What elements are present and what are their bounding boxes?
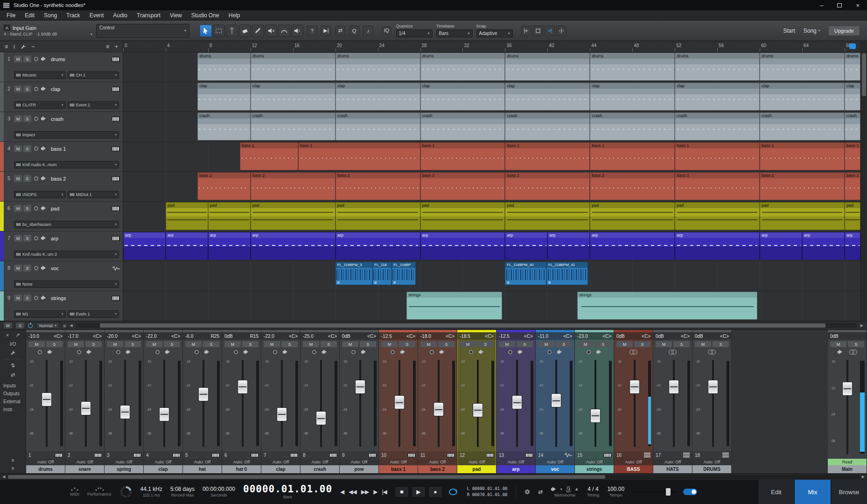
- wrench-icon[interactable]: [21, 44, 26, 49]
- clip-drums[interactable]: drums: [590, 53, 675, 81]
- footer-solo-button[interactable]: S: [16, 322, 24, 329]
- channel-gain-value[interactable]: 0dB: [695, 334, 703, 339]
- channel-pan-value[interactable]: <C>: [132, 334, 141, 339]
- channel-gain-value[interactable]: -18.0: [420, 334, 431, 339]
- track-solo-button[interactable]: S: [23, 265, 31, 272]
- input-quantize-toggle[interactable]: IQ: [382, 27, 392, 35]
- mute-button[interactable]: M: [146, 341, 162, 347]
- clip-fl-118bpm-41[interactable]: FL_118BPM_41: [546, 262, 588, 285]
- record-arm-button[interactable]: [508, 350, 512, 354]
- mute-button[interactable]: M: [538, 341, 554, 347]
- power-icon[interactable]: [28, 323, 33, 328]
- track-device-dropdown[interactable]: CH 1▾: [68, 71, 119, 79]
- clip-bass-2[interactable]: bass 2: [420, 172, 505, 200]
- scroll-left-icon[interactable]: ◀: [70, 323, 72, 328]
- paint-tool-button[interactable]: [252, 25, 264, 37]
- snap-right-icon[interactable]: [545, 26, 555, 36]
- clip-bass-2[interactable]: bass 2: [251, 172, 336, 200]
- autoscroll-button[interactable]: ⇄: [335, 26, 345, 36]
- mixer-channel-bass-1[interactable]: -12.5<C>MS10-12-24-3610Auto: Offbass 1: [379, 330, 418, 473]
- track-header-bass-2[interactable]: 5MSbass 2chiOPS▾MIDIut 1▾: [0, 172, 123, 202]
- solo-button[interactable]: S: [125, 341, 141, 347]
- fader-track[interactable]: [35, 358, 59, 449]
- clip-fl-118bpm-3[interactable]: FL_118BPM_3: [336, 262, 373, 285]
- track-record-button[interactable]: [34, 266, 38, 270]
- fader[interactable]: [81, 401, 91, 415]
- clip-drums[interactable]: drums: [760, 53, 845, 81]
- fader-track[interactable]: [622, 358, 647, 449]
- automation-mode[interactable]: Auto: Off: [26, 459, 65, 465]
- scrollbar-thumb[interactable]: [862, 53, 866, 96]
- wrench-icon[interactable]: [10, 350, 16, 356]
- fader-track[interactable]: [662, 358, 686, 449]
- stop-button[interactable]: ■: [395, 486, 409, 497]
- automation-mode[interactable]: Auto: Off: [692, 459, 731, 465]
- fader[interactable]: [355, 380, 365, 394]
- clip-bass-1[interactable]: bass 1: [505, 142, 590, 170]
- gear-icon[interactable]: [524, 489, 531, 495]
- track-solo-button[interactable]: S: [23, 145, 31, 152]
- solo-button[interactable]: S: [595, 341, 611, 347]
- automation-curve-icon[interactable]: ~: [32, 43, 35, 50]
- track-mute-button[interactable]: M: [14, 85, 22, 92]
- channel-gain-value[interactable]: -22.0: [264, 334, 274, 339]
- timeline-ruler[interactable]: 048121620242832364044485256606468: [123, 41, 860, 52]
- track-header-arp[interactable]: 7MSarpKnif Audio K..um 2▾: [0, 231, 123, 261]
- record-arm-button[interactable]: [273, 350, 277, 354]
- metronome-volume-slider[interactable]: [632, 491, 675, 493]
- fader-track[interactable]: [544, 358, 568, 449]
- channel-name[interactable]: pow: [340, 465, 378, 473]
- solo-button[interactable]: S: [517, 341, 533, 347]
- monitor-button[interactable]: [244, 350, 250, 355]
- channel-gain-value[interactable]: -11.0: [538, 334, 548, 339]
- clip-arp[interactable]: arp: [505, 232, 547, 260]
- monitor-button[interactable]: [204, 350, 210, 355]
- automation-mode[interactable]: Auto: Off: [65, 459, 104, 465]
- track-monitor-button[interactable]: [41, 116, 47, 121]
- track-record-button[interactable]: [34, 206, 38, 210]
- clip-drums[interactable]: drums: [845, 53, 860, 81]
- mixer-channel-arp[interactable]: -12.5<C>MS10-12-24-3613Auto: Offarp: [496, 330, 536, 473]
- song-tab-button[interactable]: Song▾: [804, 28, 820, 34]
- track-device-dropdown[interactable]: M1▾: [14, 310, 66, 318]
- mute-button[interactable]: M: [68, 341, 84, 347]
- clip-pad[interactable]: pad: [420, 202, 505, 230]
- scroll-right-icon[interactable]: ▶: [862, 475, 865, 479]
- mixer-channel-voc[interactable]: -11.0<C>MS10-12-24-3614Auto: Offvoc: [536, 330, 575, 473]
- mixer-channel-bass-2[interactable]: -18.0<C>MS10-12-24-3611Auto: Offbass 2: [418, 330, 457, 473]
- slider-thumb[interactable]: [666, 488, 671, 496]
- crossfade-icon[interactable]: [556, 26, 566, 36]
- channel-name[interactable]: hat 0: [222, 465, 261, 473]
- timebase-dropdown[interactable]: Bars▾: [436, 29, 473, 37]
- precount-icon[interactable]: ⇄: [538, 489, 543, 495]
- time-signature-display[interactable]: 4 / 4 Timing: [587, 486, 600, 498]
- channel-name[interactable]: clap: [144, 465, 182, 473]
- clip-bass-1[interactable]: bass 1: [420, 142, 505, 170]
- mixer-channel-spring[interactable]: -20.0<C>MS10-12-24-363Auto: Offspring: [105, 330, 144, 473]
- main-solo-button[interactable]: S: [848, 341, 864, 347]
- clip-drums[interactable]: drums: [505, 53, 590, 81]
- clip-clap[interactable]: clap: [590, 83, 675, 111]
- scrollbar-thumb[interactable]: [8, 475, 605, 479]
- browse-view-button[interactable]: Browse: [831, 480, 867, 504]
- track-device-dropdown[interactable]: Miconic▾: [14, 71, 66, 79]
- channel-gain-value[interactable]: -17.0: [68, 334, 78, 339]
- listen-tool-button[interactable]: [291, 25, 303, 37]
- channel-pan-value[interactable]: <C>: [93, 334, 102, 339]
- clip-bass-2[interactable]: bass 2: [505, 172, 590, 200]
- sidebar-item-external[interactable]: External: [3, 399, 26, 404]
- channel-name[interactable]: HATS: [653, 465, 692, 473]
- mute-button[interactable]: M: [616, 341, 633, 347]
- clip-pad[interactable]: pad: [505, 202, 590, 230]
- automation-mode[interactable]: Auto: Off: [340, 459, 378, 465]
- track-solo-button[interactable]: S: [23, 235, 31, 242]
- channel-pan-value[interactable]: <C>: [328, 334, 337, 339]
- clip-fl-118[interactable]: FL_118: [372, 262, 392, 285]
- eraser-tool-button[interactable]: [239, 25, 251, 37]
- fader-track[interactable]: [113, 358, 137, 449]
- automation-mode[interactable]: Auto: Off: [496, 459, 535, 465]
- next-bar-button[interactable]: ▶: [373, 489, 377, 495]
- automation-mode[interactable]: Auto: Off: [105, 459, 143, 465]
- fader-track[interactable]: [505, 358, 529, 449]
- solo-button[interactable]: S: [438, 341, 454, 347]
